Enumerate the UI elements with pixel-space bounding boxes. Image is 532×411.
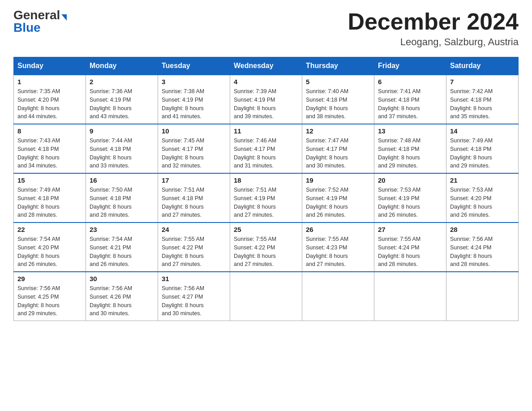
day-info: Sunrise: 7:42 AMSunset: 4:18 PMDaylight:… (450, 87, 515, 121)
day-info: Sunrise: 7:54 AMSunset: 4:21 PMDaylight:… (90, 235, 154, 269)
day-number: 5 (306, 78, 370, 86)
calendar-cell: 28Sunrise: 7:56 AMSunset: 4:24 PMDayligh… (446, 223, 519, 272)
day-info: Sunrise: 7:52 AMSunset: 4:19 PMDaylight:… (306, 186, 370, 219)
day-number: 11 (234, 127, 298, 135)
calendar-cell: 20Sunrise: 7:53 AMSunset: 4:19 PMDayligh… (374, 173, 446, 223)
day-number: 16 (90, 176, 154, 184)
day-info: Sunrise: 7:45 AMSunset: 4:17 PMDaylight:… (162, 137, 226, 170)
day-number: 12 (306, 127, 370, 135)
day-info: Sunrise: 7:55 AMSunset: 4:24 PMDaylight:… (378, 235, 442, 269)
calendar-cell: 19Sunrise: 7:52 AMSunset: 4:19 PMDayligh… (302, 173, 374, 223)
day-number: 14 (450, 127, 515, 135)
col-header-wednesday: Wednesday (230, 57, 302, 75)
month-title: December 2024 (348, 9, 519, 34)
calendar-table: SundayMondayTuesdayWednesdayThursdayFrid… (13, 57, 519, 321)
page-header: General Blue December 2024 Leogang, Salz… (13, 9, 519, 48)
title-block: December 2024 Leogang, Salzburg, Austria (348, 9, 519, 48)
calendar-cell: 27Sunrise: 7:55 AMSunset: 4:24 PMDayligh… (374, 223, 446, 272)
calendar-week-row: 1Sunrise: 7:35 AMSunset: 4:20 PMDaylight… (14, 75, 519, 124)
calendar-cell (446, 272, 519, 321)
calendar-header-row: SundayMondayTuesdayWednesdayThursdayFrid… (14, 57, 519, 75)
calendar-cell (302, 272, 374, 321)
calendar-week-row: 22Sunrise: 7:54 AMSunset: 4:20 PMDayligh… (14, 223, 519, 272)
calendar-cell: 21Sunrise: 7:53 AMSunset: 4:20 PMDayligh… (446, 173, 519, 223)
logo-blue-text: Blue (13, 21, 41, 34)
day-info: Sunrise: 7:55 AMSunset: 4:23 PMDaylight:… (306, 235, 370, 269)
col-header-thursday: Thursday (302, 57, 374, 75)
day-info: Sunrise: 7:49 AMSunset: 4:18 PMDaylight:… (17, 186, 82, 219)
logo-general-text: General (13, 8, 60, 22)
day-number: 7 (450, 78, 515, 86)
day-info: Sunrise: 7:56 AMSunset: 4:27 PMDaylight:… (162, 284, 226, 318)
day-number: 2 (90, 78, 154, 86)
calendar-cell: 9Sunrise: 7:44 AMSunset: 4:18 PMDaylight… (86, 124, 158, 173)
day-info: Sunrise: 7:51 AMSunset: 4:19 PMDaylight:… (234, 186, 298, 219)
calendar-cell: 17Sunrise: 7:51 AMSunset: 4:18 PMDayligh… (158, 173, 230, 223)
day-info: Sunrise: 7:38 AMSunset: 4:19 PMDaylight:… (162, 87, 226, 121)
day-info: Sunrise: 7:44 AMSunset: 4:18 PMDaylight:… (90, 137, 154, 170)
day-number: 22 (17, 226, 82, 233)
calendar-cell: 22Sunrise: 7:54 AMSunset: 4:20 PMDayligh… (14, 223, 86, 272)
day-info: Sunrise: 7:56 AMSunset: 4:24 PMDaylight:… (450, 235, 515, 269)
calendar-cell: 13Sunrise: 7:48 AMSunset: 4:18 PMDayligh… (374, 124, 446, 173)
day-number: 18 (234, 176, 298, 184)
calendar-cell: 5Sunrise: 7:40 AMSunset: 4:18 PMDaylight… (302, 75, 374, 124)
day-info: Sunrise: 7:56 AMSunset: 4:26 PMDaylight:… (90, 284, 154, 318)
day-number: 17 (162, 176, 226, 184)
calendar-cell: 31Sunrise: 7:56 AMSunset: 4:27 PMDayligh… (158, 272, 230, 321)
calendar-cell: 16Sunrise: 7:50 AMSunset: 4:18 PMDayligh… (86, 173, 158, 223)
calendar-week-row: 29Sunrise: 7:56 AMSunset: 4:25 PMDayligh… (14, 272, 519, 321)
logo-arrow-icon (61, 14, 67, 21)
calendar-cell: 15Sunrise: 7:49 AMSunset: 4:18 PMDayligh… (14, 173, 86, 223)
calendar-week-row: 15Sunrise: 7:49 AMSunset: 4:18 PMDayligh… (14, 173, 519, 223)
calendar-cell: 30Sunrise: 7:56 AMSunset: 4:26 PMDayligh… (86, 272, 158, 321)
day-number: 4 (234, 78, 298, 86)
col-header-tuesday: Tuesday (158, 57, 230, 75)
calendar-cell: 12Sunrise: 7:47 AMSunset: 4:17 PMDayligh… (302, 124, 374, 173)
day-info: Sunrise: 7:53 AMSunset: 4:20 PMDaylight:… (450, 186, 515, 219)
col-header-monday: Monday (86, 57, 158, 75)
day-number: 15 (17, 176, 82, 184)
col-header-sunday: Sunday (14, 57, 86, 75)
day-info: Sunrise: 7:51 AMSunset: 4:18 PMDaylight:… (162, 186, 226, 219)
logo: General Blue (13, 9, 67, 34)
day-number: 28 (450, 226, 515, 233)
day-info: Sunrise: 7:46 AMSunset: 4:17 PMDaylight:… (234, 137, 298, 170)
day-info: Sunrise: 7:54 AMSunset: 4:20 PMDaylight:… (17, 235, 82, 269)
day-info: Sunrise: 7:50 AMSunset: 4:18 PMDaylight:… (90, 186, 154, 219)
day-number: 31 (162, 275, 226, 283)
calendar-cell: 11Sunrise: 7:46 AMSunset: 4:17 PMDayligh… (230, 124, 302, 173)
location: Leogang, Salzburg, Austria (348, 36, 519, 48)
day-info: Sunrise: 7:35 AMSunset: 4:20 PMDaylight:… (17, 87, 82, 121)
calendar-cell: 10Sunrise: 7:45 AMSunset: 4:17 PMDayligh… (158, 124, 230, 173)
day-info: Sunrise: 7:49 AMSunset: 4:18 PMDaylight:… (450, 137, 515, 170)
calendar-week-row: 8Sunrise: 7:43 AMSunset: 4:18 PMDaylight… (14, 124, 519, 173)
day-info: Sunrise: 7:53 AMSunset: 4:19 PMDaylight:… (378, 186, 442, 219)
day-info: Sunrise: 7:47 AMSunset: 4:17 PMDaylight:… (306, 137, 370, 170)
day-number: 8 (17, 127, 82, 135)
day-number: 19 (306, 176, 370, 184)
calendar-cell: 2Sunrise: 7:36 AMSunset: 4:19 PMDaylight… (86, 75, 158, 124)
day-number: 29 (17, 275, 82, 283)
day-number: 24 (162, 226, 226, 233)
day-number: 23 (90, 226, 154, 233)
day-info: Sunrise: 7:48 AMSunset: 4:18 PMDaylight:… (378, 137, 442, 170)
day-info: Sunrise: 7:41 AMSunset: 4:18 PMDaylight:… (378, 87, 442, 121)
logo-general-line: General (13, 9, 67, 21)
day-number: 1 (17, 78, 82, 86)
calendar-cell: 25Sunrise: 7:55 AMSunset: 4:22 PMDayligh… (230, 223, 302, 272)
day-number: 10 (162, 127, 226, 135)
day-number: 13 (378, 127, 442, 135)
col-header-friday: Friday (374, 57, 446, 75)
day-info: Sunrise: 7:39 AMSunset: 4:19 PMDaylight:… (234, 87, 298, 121)
day-number: 21 (450, 176, 515, 184)
calendar-cell: 1Sunrise: 7:35 AMSunset: 4:20 PMDaylight… (14, 75, 86, 124)
calendar-cell (374, 272, 446, 321)
day-number: 6 (378, 78, 442, 86)
day-number: 30 (90, 275, 154, 283)
day-number: 20 (378, 176, 442, 184)
calendar-cell: 23Sunrise: 7:54 AMSunset: 4:21 PMDayligh… (86, 223, 158, 272)
calendar-cell: 18Sunrise: 7:51 AMSunset: 4:19 PMDayligh… (230, 173, 302, 223)
day-number: 25 (234, 226, 298, 233)
calendar-cell: 4Sunrise: 7:39 AMSunset: 4:19 PMDaylight… (230, 75, 302, 124)
